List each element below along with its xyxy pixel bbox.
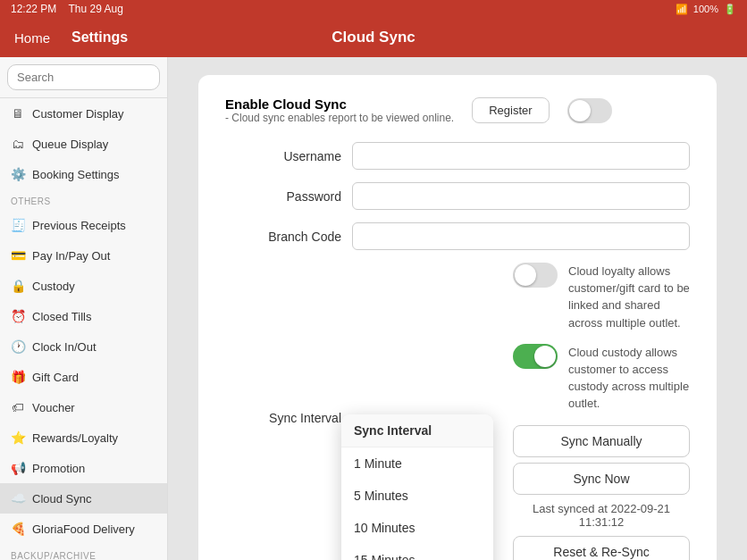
cloud-sync-icon: ☁️ [11, 491, 25, 506]
enable-cloud-sync-toggle[interactable] [567, 98, 612, 123]
gift-card-icon: 🎁 [11, 370, 25, 384]
enable-cloud-sync-desc: - Cloud sync enables report to be viewed… [225, 112, 454, 124]
cloud-loyalty-toggle[interactable] [513, 263, 558, 288]
dropdown-option-1min[interactable]: 1 Minute [341, 447, 493, 480]
sync-interval-row: Sync Interval Sync Interval 1 Minute 5 M… [225, 263, 690, 560]
branch-code-input[interactable] [352, 222, 690, 250]
cloud-custody-text-block: Cloud custody allows customer to access … [568, 344, 690, 413]
password-label: Password [225, 189, 341, 204]
sidebar-item-rewards-loyalty[interactable]: ⭐ Rewards/Loyalty [0, 422, 167, 453]
cloud-loyalty-row: Cloud loyalty allows customer/gift card … [513, 263, 690, 331]
sidebar-item-label: Rewards/Loyalty [32, 431, 118, 445]
sync-interval-label: Sync Interval [225, 411, 341, 425]
status-date: Thu 29 Aug [69, 3, 123, 15]
wifi-icon: 📶 [676, 4, 688, 15]
dropdown-option-15min[interactable]: 15 Minutes [341, 544, 493, 560]
sidebar-item-customer-display[interactable]: 🖥 Customer Display [0, 98, 167, 129]
enable-cloud-sync-text: Enable Cloud Sync - Cloud sync enables r… [225, 96, 454, 124]
status-time-date: 12:22 PM Thu 29 Aug [11, 3, 123, 15]
branch-code-row: Branch Code [225, 222, 690, 250]
sidebar-item-previous-receipts[interactable]: 🧾 Previous Receipts [0, 210, 167, 240]
sidebar-item-label: Promotion [32, 462, 85, 475]
dropdown-option-5min[interactable]: 5 Minutes [341, 480, 493, 512]
promotion-icon: 📢 [11, 461, 25, 475]
sync-manually-button[interactable]: Sync Manually [513, 425, 690, 457]
rewards-loyalty-icon: ⭐ [11, 430, 25, 445]
dropdown-option-label: 1 Minute [354, 456, 402, 471]
sidebar-item-label: Pay In/Pay Out [32, 249, 110, 263]
app-layout: 🖥 Customer Display 🗂 Queue Display ⚙️ Bo… [0, 57, 747, 560]
toggle-knob [534, 346, 556, 367]
sidebar-item-promotion[interactable]: 📢 Promotion [0, 453, 167, 483]
nav-bar: Home Settings Cloud Sync [0, 18, 747, 57]
sidebar-search-container [0, 57, 167, 98]
sidebar-item-label: Booking Settings [32, 168, 120, 181]
sidebar-item-booking-settings[interactable]: ⚙️ Booking Settings [0, 159, 167, 189]
toggle-knob [569, 100, 591, 121]
password-row: Password [225, 182, 690, 210]
sidebar-item-gift-card[interactable]: 🎁 Gift Card [0, 362, 167, 392]
dropdown-option-10min[interactable]: 10 Minutes [341, 512, 493, 544]
voucher-icon: 🏷 [11, 400, 25, 414]
closed-tills-icon: ⏰ [11, 309, 25, 323]
dropdown-option-label: 5 Minutes [354, 489, 408, 503]
booking-settings-icon: ⚙️ [11, 167, 25, 181]
status-time: 12:22 PM [11, 3, 56, 15]
sidebar-item-pay-in-out[interactable]: 💳 Pay In/Pay Out [0, 240, 167, 271]
last-synced-text: Last synced at 2022-09-21 11:31:12 [513, 502, 690, 529]
sync-interval-dropdown[interactable]: Sync Interval 1 Minute 5 Minutes 10 Minu… [341, 414, 493, 560]
toggle-knob [515, 264, 536, 286]
sidebar-item-label: Customer Display [32, 107, 124, 121]
page-title: Cloud Sync [332, 29, 415, 46]
register-button[interactable]: Register [472, 97, 549, 123]
enable-cloud-sync-title: Enable Cloud Sync [225, 96, 454, 112]
previous-receipts-icon: 🧾 [11, 218, 25, 232]
search-input[interactable] [7, 64, 160, 90]
sidebar-item-voucher[interactable]: 🏷 Voucher [0, 392, 167, 422]
sidebar-section-backup: BACKUP/ARCHIVE [0, 544, 167, 560]
cloud-custody-text: Cloud custody allows customer to access … [568, 346, 689, 411]
queue-display-icon: 🗂 [11, 137, 25, 151]
battery-text: 100% [693, 4, 718, 14]
sidebar-section-others: OTHERS [0, 189, 167, 210]
sidebar-item-gloriafood-delivery[interactable]: 🍕 GloriaFood Delivery [0, 514, 167, 544]
sidebar-item-label: Cloud Sync [32, 492, 91, 506]
cloud-loyalty-text-block: Cloud loyalty allows customer/gift card … [568, 263, 690, 331]
status-bar: 12:22 PM Thu 29 Aug 📶 100% 🔋 [0, 0, 747, 18]
branch-code-label: Branch Code [225, 230, 341, 244]
reset-resync-button[interactable]: Reset & Re-Sync [513, 536, 690, 561]
dropdown-option-label: 15 Minutes [354, 553, 415, 560]
cloud-custody-row: Cloud custody allows customer to access … [513, 344, 690, 413]
sidebar-item-label: Clock In/Out [32, 340, 97, 354]
sidebar-item-label: Closed Tills [32, 310, 91, 323]
sync-now-button[interactable]: Sync Now [513, 463, 690, 495]
pay-in-out-icon: 💳 [11, 248, 25, 263]
sidebar-item-clock-in-out[interactable]: 🕐 Clock In/Out [0, 331, 167, 362]
battery-icon: 🔋 [724, 4, 736, 15]
sidebar-item-custody[interactable]: 🔒 Custody [0, 271, 167, 301]
sidebar-item-cloud-sync[interactable]: ☁️ Cloud Sync [0, 483, 167, 514]
username-row: Username [225, 142, 690, 170]
cloud-loyalty-text: Cloud loyalty allows customer/gift card … [568, 264, 690, 330]
sidebar-item-label: Gift Card [32, 371, 79, 384]
settings-nav-label: Settings [64, 29, 135, 46]
main-content: Enable Cloud Sync - Cloud sync enables r… [168, 57, 747, 560]
sidebar-item-closed-tills[interactable]: ⏰ Closed Tills [0, 301, 167, 331]
sidebar-item-label: Queue Display [32, 138, 108, 151]
sidebar-item-queue-display[interactable]: 🗂 Queue Display [0, 129, 167, 159]
enable-cloud-sync-row: Enable Cloud Sync - Cloud sync enables r… [225, 96, 690, 124]
settings-card: Enable Cloud Sync - Cloud sync enables r… [198, 75, 717, 560]
cloud-custody-toggle[interactable] [513, 344, 558, 369]
password-input[interactable] [352, 182, 690, 210]
username-input[interactable] [352, 142, 690, 170]
home-nav-button[interactable]: Home [0, 30, 64, 46]
clock-in-out-icon: 🕐 [11, 339, 25, 354]
sidebar-item-label: Custody [32, 280, 75, 293]
dropdown-option-label: 10 Minutes [354, 521, 415, 535]
sidebar: 🖥 Customer Display 🗂 Queue Display ⚙️ Bo… [0, 57, 168, 560]
sidebar-item-label: Previous Receipts [32, 219, 126, 232]
custody-icon: 🔒 [11, 279, 25, 293]
sidebar-item-label: Voucher [32, 401, 75, 414]
username-label: Username [225, 149, 341, 163]
status-right: 📶 100% 🔋 [676, 4, 736, 15]
